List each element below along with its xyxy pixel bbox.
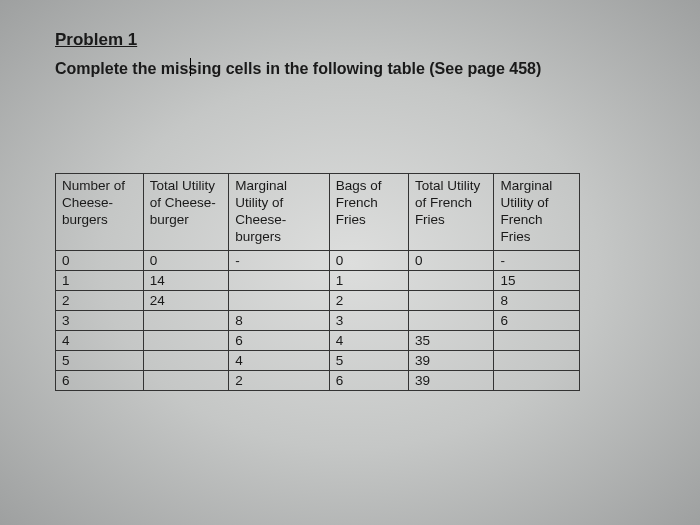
header-marginal-utility-cheeseburger: Marginal Utility of Cheese-burgers [229,174,330,251]
cell [408,310,494,330]
cell [494,330,580,350]
instruction-text: Complete the missing cells in the follow… [55,60,645,78]
cell: 35 [408,330,494,350]
cell: 8 [494,290,580,310]
cell: 5 [329,350,408,370]
table-row: 5 4 5 39 [56,350,580,370]
cell: 2 [329,290,408,310]
cell [143,310,229,330]
cell: 8 [229,310,330,330]
table-row: 2 24 2 8 [56,290,580,310]
cell: 0 [56,250,144,270]
cell: - [229,250,330,270]
cell: 39 [408,350,494,370]
cell: 6 [329,370,408,390]
table-row: 6 2 6 39 [56,370,580,390]
cell: - [494,250,580,270]
cell: 3 [56,310,144,330]
cell: 14 [143,270,229,290]
cell: 24 [143,290,229,310]
header-total-utility-cheeseburger: Total Utility of Cheese-burger [143,174,229,251]
text-cursor [190,58,191,76]
cell [408,290,494,310]
table-row: 0 0 - 0 0 - [56,250,580,270]
cell: 1 [329,270,408,290]
header-cheeseburgers-count: Number of Cheese-burgers [56,174,144,251]
table-row: 3 8 3 6 [56,310,580,330]
cell: 39 [408,370,494,390]
cell: 4 [329,330,408,350]
problem-title: Problem 1 [55,30,645,50]
document-page: Problem 1 Complete the missing cells in … [55,30,645,391]
header-marginal-utility-fries: Marginal Utility of French Fries [494,174,580,251]
cell [143,350,229,370]
cell: 0 [143,250,229,270]
cell: 4 [229,350,330,370]
cell [494,370,580,390]
cell [143,370,229,390]
header-total-utility-fries: Total Utility of French Fries [408,174,494,251]
table-header-row: Number of Cheese-burgers Total Utility o… [56,174,580,251]
utility-table: Number of Cheese-burgers Total Utility o… [55,173,580,391]
cell [494,350,580,370]
table-row: 4 6 4 35 [56,330,580,350]
cell: 4 [56,330,144,350]
cell: 5 [56,350,144,370]
cell: 6 [494,310,580,330]
cell [143,330,229,350]
cell: 15 [494,270,580,290]
cell [408,270,494,290]
cell: 6 [56,370,144,390]
cell: 2 [56,290,144,310]
cell: 2 [229,370,330,390]
cell: 1 [56,270,144,290]
cell: 0 [329,250,408,270]
cell: 0 [408,250,494,270]
cell: 6 [229,330,330,350]
table-body: 0 0 - 0 0 - 1 14 1 15 2 24 2 8 [56,250,580,390]
cell [229,290,330,310]
table-row: 1 14 1 15 [56,270,580,290]
cell [229,270,330,290]
header-bags-fries: Bags of French Fries [329,174,408,251]
cell: 3 [329,310,408,330]
